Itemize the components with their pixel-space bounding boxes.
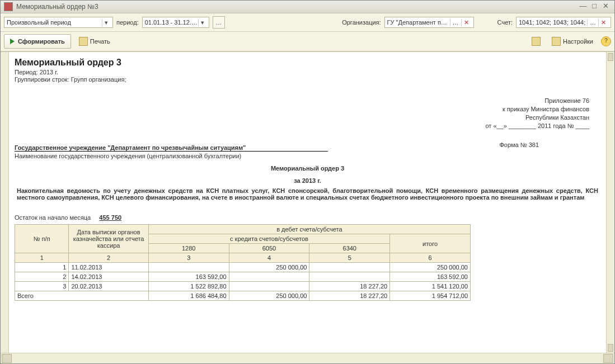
ellipsis-icon[interactable]: … xyxy=(450,19,461,26)
acct-field[interactable]: 1041; 1042; 1043; 1044; … ✕ xyxy=(516,17,611,28)
th-date: Дата выписки органов казначейства или от… xyxy=(69,225,148,253)
th-total: итого xyxy=(390,234,471,253)
org-value: ГУ "Департамент по чр xyxy=(387,19,450,26)
chevron-down-icon[interactable]: ▾ xyxy=(102,19,110,26)
grid-icon xyxy=(532,37,541,46)
scroll-down-icon[interactable] xyxy=(608,344,613,352)
app-window: Мемориальный ордер №3 — □ ✕ Произвольный… xyxy=(0,0,615,364)
org-label: Организация: xyxy=(342,19,381,26)
close-button[interactable]: ✕ xyxy=(600,2,611,11)
th-num: № п/п xyxy=(15,225,69,253)
period-mode-combo[interactable]: Произвольный период ▾ xyxy=(4,17,113,28)
report-title: Мемориальный ордер 3 xyxy=(15,58,600,68)
appendix-line: Приложение 76 xyxy=(485,97,589,105)
left-ruler xyxy=(1,52,9,353)
maximize-button[interactable]: □ xyxy=(589,2,600,11)
printer-icon xyxy=(79,37,88,46)
titlebar: Мемориальный ордер №3 — □ ✕ xyxy=(1,1,614,13)
horizontal-scrollbar[interactable] xyxy=(1,353,614,363)
th-col3: 1280 xyxy=(148,244,229,253)
table-total-row: Всего 1 686 484,80 250 000,00 18 227,20 … xyxy=(15,291,471,301)
report-canvas: Мемориальный ордер 3 Период: 2013 г. Гру… xyxy=(9,52,606,353)
appendix-line: к приказу Министра финансов xyxy=(485,105,589,114)
generate-label: Сформировать xyxy=(18,38,65,45)
chevron-down-icon[interactable]: ▾ xyxy=(198,19,206,26)
scroll-track[interactable] xyxy=(13,354,602,362)
period-label: период: xyxy=(116,19,139,26)
print-button[interactable]: Печать xyxy=(76,35,114,48)
th-credit: с кредита счетов/субсчетов xyxy=(148,234,389,244)
grid-button[interactable] xyxy=(528,35,544,48)
table-wrap: № п/п Дата выписки органов казначейства … xyxy=(15,224,600,301)
colnum: 2 xyxy=(69,253,148,263)
colnum: 6 xyxy=(390,253,471,263)
doc-title: Мемориальный ордер 3 xyxy=(15,165,600,172)
clear-icon[interactable]: ✕ xyxy=(598,19,608,26)
action-toolbar: Сформировать Печать Настройки ? xyxy=(1,32,614,51)
period-picker-button[interactable]: … xyxy=(213,16,225,29)
org-field[interactable]: ГУ "Департамент по чр … ✕ xyxy=(384,17,474,28)
doc-description: Накопительная ведомость по учету денежны… xyxy=(17,187,598,201)
table-row: 2 14.02.2013 163 592,00 163 592,00 xyxy=(15,272,471,282)
period-field[interactable]: 01.01.13 - 31.12.13 ▾ xyxy=(142,17,209,28)
scroll-up-icon[interactable] xyxy=(608,53,613,61)
period-mode-value: Произвольный период xyxy=(7,19,102,26)
form-number: Форма № 381 xyxy=(499,141,539,148)
report-grouping: Группировки строк: Групп организация; xyxy=(15,76,600,83)
org-sublabel: Наименование государственного учреждения… xyxy=(15,153,600,159)
balance-value: 455 750 xyxy=(99,214,121,221)
th-col4: 6050 xyxy=(229,244,309,253)
colnum: 1 xyxy=(15,253,69,263)
appendix-block: Приложение 76 к приказу Министра финансо… xyxy=(485,97,589,130)
settings-button[interactable]: Настройки xyxy=(548,35,597,48)
play-icon xyxy=(10,39,15,44)
report-area: Мемориальный ордер 3 Период: 2013 г. Гру… xyxy=(1,51,614,353)
help-button[interactable]: ? xyxy=(601,36,611,46)
colnum: 4 xyxy=(229,253,309,263)
minimize-button[interactable]: — xyxy=(578,2,589,11)
balance-label: Остаток на начало месяца xyxy=(15,214,91,221)
clear-icon[interactable]: ✕ xyxy=(461,19,471,26)
settings-label: Настройки xyxy=(563,38,593,45)
app-icon xyxy=(4,2,13,11)
settings-icon xyxy=(552,37,561,46)
doc-subtitle: за 2013 г. xyxy=(15,177,600,184)
appendix-line: Республики Казахстан xyxy=(485,114,589,122)
table-row: 3 20.02.2013 1 522 892,80 18 227,20 1 54… xyxy=(15,282,471,291)
window-title: Мемориальный ордер №3 xyxy=(16,3,578,11)
generate-button[interactable]: Сформировать xyxy=(4,34,71,49)
filter-toolbar: Произвольный период ▾ период: 01.01.13 -… xyxy=(1,13,614,32)
period-value: 01.01.13 - 31.12.13 xyxy=(145,19,198,26)
report-period: Период: 2013 г. xyxy=(15,69,600,75)
table-row: 1 11.02.2013 250 000,00 250 000,00 xyxy=(15,263,471,272)
scroll-left-icon[interactable] xyxy=(2,354,12,363)
org-name: Государственное учреждение "Департамент … xyxy=(15,144,328,152)
appendix-line: от «__» ________ 2011 года № ____ xyxy=(485,122,589,130)
scroll-right-icon[interactable] xyxy=(603,354,613,363)
acct-value: 1041; 1042; 1043; 1044; xyxy=(519,19,587,26)
th-col5: 6340 xyxy=(309,244,390,253)
acct-label: Счет: xyxy=(497,19,513,26)
vertical-scrollbar[interactable] xyxy=(606,52,614,353)
colnum: 5 xyxy=(309,253,390,263)
report-table: № п/п Дата выписки органов казначейства … xyxy=(15,224,471,301)
th-debit: в дебет счета/субсчета xyxy=(148,225,470,234)
colnum: 3 xyxy=(148,253,229,263)
print-label: Печать xyxy=(90,38,110,45)
ellipsis-icon[interactable]: … xyxy=(587,19,598,26)
opening-balance: Остаток на начало месяца 455 750 xyxy=(15,214,600,221)
